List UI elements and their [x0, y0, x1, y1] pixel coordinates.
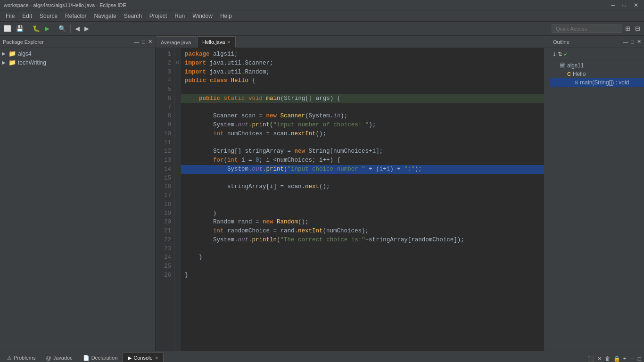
- outline-label-hello: Hello: [573, 71, 586, 77]
- quick-access-input[interactable]: [552, 25, 622, 33]
- outline-hide-btn[interactable]: ✓: [563, 51, 568, 58]
- outline-toolbar: ⤓ ⇅ ✓: [550, 48, 644, 60]
- toolbar-separator-1: [28, 25, 28, 33]
- debug-button[interactable]: 🐛: [31, 24, 42, 33]
- minimize-button[interactable]: ─: [609, 2, 617, 8]
- tree-item-algs4[interactable]: ▶ 📁 algs4: [0, 49, 155, 58]
- code-content[interactable]: package algs11; import java.util.Scanner…: [181, 48, 544, 351]
- menu-project[interactable]: Project: [146, 12, 171, 20]
- outline-label-main: main(String[]) : void: [580, 79, 629, 86]
- folder-icon-techwriting: 📁: [8, 59, 16, 66]
- console-scroll-lock-btn[interactable]: 🔒: [612, 354, 621, 362]
- package-icon: 🏛: [560, 62, 565, 69]
- menu-navigate[interactable]: Navigate: [90, 12, 120, 20]
- console-maximize-btn[interactable]: □: [637, 354, 642, 362]
- perspective-button[interactable]: ⊞: [623, 24, 632, 33]
- outline-panel: Outline — □ ✕ ⤓ ⇅ ✓ 🏛 algs11 C Hello S m…: [550, 36, 644, 351]
- tab-average-java-label: Average.java: [161, 40, 191, 45]
- console-toolbar: ⬛ ✕ 🗑 🔒 + — □: [586, 354, 642, 362]
- editor-scrollbar[interactable]: [544, 48, 550, 351]
- console-icon: ▶: [128, 355, 132, 361]
- outline-item-main[interactable]: S main(String[]) : void: [550, 78, 644, 87]
- tab-javadoc-label: Javadoc: [53, 355, 73, 361]
- tab-javadoc[interactable]: @ Javadoc: [41, 353, 77, 362]
- window-controls: ─ □ ✕: [609, 2, 640, 8]
- package-explorer-panel: Package Explorer — □ ✕ ▶ 📁 algs4 ▶ 📁 tec…: [0, 36, 156, 351]
- code-editor[interactable]: 1 2 3 4 5 6 7 8 9 10 11 12 13 14 15 16 1…: [156, 48, 550, 351]
- menu-refactor[interactable]: Refactor: [61, 12, 90, 20]
- menu-help[interactable]: Help: [216, 12, 236, 20]
- outline-collapse-btn[interactable]: ⤓: [552, 51, 557, 58]
- outline-tree: 🏛 algs11 C Hello S main(String[]) : void: [550, 60, 644, 351]
- tab-hello-java[interactable]: Hello.java ✕: [197, 36, 236, 48]
- outline-title: Outline: [553, 39, 620, 45]
- bottom-tab-bar: ⚠ Problems @ Javadoc 📄 Declaration ▶ Con…: [0, 351, 644, 362]
- tab-average-java[interactable]: Average.java: [156, 36, 196, 48]
- tab-problems-label: Problems: [14, 355, 35, 361]
- close-button[interactable]: ✕: [632, 2, 640, 8]
- javadoc-icon: @: [46, 355, 51, 361]
- menu-edit[interactable]: Edit: [18, 12, 36, 20]
- package-explorer-header: Package Explorer — □ ✕: [0, 36, 155, 48]
- declaration-icon: 📄: [83, 355, 90, 361]
- toolbar-separator-2: [54, 25, 54, 33]
- new-button[interactable]: ⬜: [2, 24, 13, 33]
- outline-item-algs11[interactable]: 🏛 algs11: [550, 61, 644, 70]
- package-tree: ▶ 📁 algs4 ▶ 📁 techWriting: [0, 48, 155, 351]
- menu-window[interactable]: Window: [189, 12, 216, 20]
- tab-hello-java-label: Hello.java: [202, 39, 225, 45]
- folder-icon-algs4: 📁: [8, 50, 16, 57]
- menubar: File Edit Source Refactor Navigate Searc…: [0, 10, 644, 22]
- tree-arrow-techwriting: ▶: [2, 60, 8, 65]
- outline-item-hello[interactable]: C Hello: [550, 70, 644, 78]
- tab-console[interactable]: ▶ Console ✕: [123, 353, 163, 362]
- menu-search[interactable]: Search: [120, 12, 146, 20]
- search-button[interactable]: 🔍: [57, 24, 68, 33]
- bottom-panel: ⚠ Problems @ Javadoc 📄 Declaration ▶ Con…: [0, 351, 644, 362]
- save-button[interactable]: 💾: [14, 24, 25, 33]
- run-button[interactable]: ▶: [43, 24, 51, 33]
- window-title: workspace - algs4/src/algs11/Hello.java …: [4, 2, 609, 8]
- package-explorer-minimize[interactable]: —: [134, 39, 139, 45]
- line-numbers: 1 2 3 4 5 6 7 8 9 10 11 12 13 14 15 16 1…: [156, 48, 174, 351]
- problems-icon: ⚠: [7, 355, 12, 361]
- method-icon: S: [575, 80, 578, 85]
- toolbar: ⬜ 💾 🐛 ▶ 🔍 ◀ ▶ ⊞ ⊟: [0, 22, 644, 36]
- tree-item-techwriting[interactable]: ▶ 📁 techWriting: [0, 58, 155, 67]
- tree-arrow-algs4: ▶: [2, 51, 8, 56]
- tab-declaration[interactable]: 📄 Declaration: [78, 353, 123, 362]
- console-clear-btn[interactable]: 🗑: [604, 354, 611, 362]
- back-button[interactable]: ◀: [73, 24, 82, 33]
- titlebar: workspace - algs4/src/algs11/Hello.java …: [0, 0, 644, 10]
- tab-hello-java-close[interactable]: ✕: [227, 40, 231, 45]
- console-minimize-btn[interactable]: —: [628, 354, 636, 362]
- outline-sort-btn[interactable]: ⇅: [558, 51, 562, 58]
- console-stop-btn[interactable]: ⬛: [586, 354, 595, 362]
- maximize-button[interactable]: □: [621, 2, 628, 8]
- package-explorer-title: Package Explorer: [3, 39, 131, 45]
- toolbar-separator-3: [70, 25, 71, 33]
- outline-label-algs11: algs11: [567, 62, 584, 69]
- tab-problems[interactable]: ⚠ Problems: [2, 353, 41, 362]
- forward-button[interactable]: ▶: [83, 24, 91, 33]
- outline-minimize[interactable]: —: [623, 39, 628, 45]
- console-new-btn[interactable]: +: [622, 354, 627, 362]
- menu-source[interactable]: Source: [36, 12, 61, 20]
- editor-area: Average.java Hello.java ✕ 1 2 3 4 5 6 7 …: [156, 36, 550, 351]
- menu-run[interactable]: Run: [171, 12, 189, 20]
- console-remove-btn[interactable]: ✕: [596, 354, 603, 362]
- class-icon: C: [567, 71, 571, 77]
- outline-maximize[interactable]: □: [631, 39, 634, 45]
- views-button[interactable]: ⊟: [633, 24, 642, 33]
- editor-gutter: ◯: [174, 48, 181, 351]
- tree-label-algs4: algs4: [18, 50, 32, 57]
- menu-file[interactable]: File: [2, 12, 18, 20]
- editor-tab-bar: Average.java Hello.java ✕: [156, 36, 550, 48]
- package-explorer-maximize[interactable]: □: [142, 39, 145, 45]
- tab-console-close[interactable]: ✕: [155, 355, 158, 361]
- outline-close[interactable]: ✕: [637, 39, 641, 45]
- tree-label-techwriting: techWriting: [18, 59, 46, 66]
- tab-declaration-label: Declaration: [91, 355, 118, 361]
- package-explorer-close[interactable]: ✕: [148, 39, 152, 45]
- main-layout: Package Explorer — □ ✕ ▶ 📁 algs4 ▶ 📁 tec…: [0, 36, 644, 351]
